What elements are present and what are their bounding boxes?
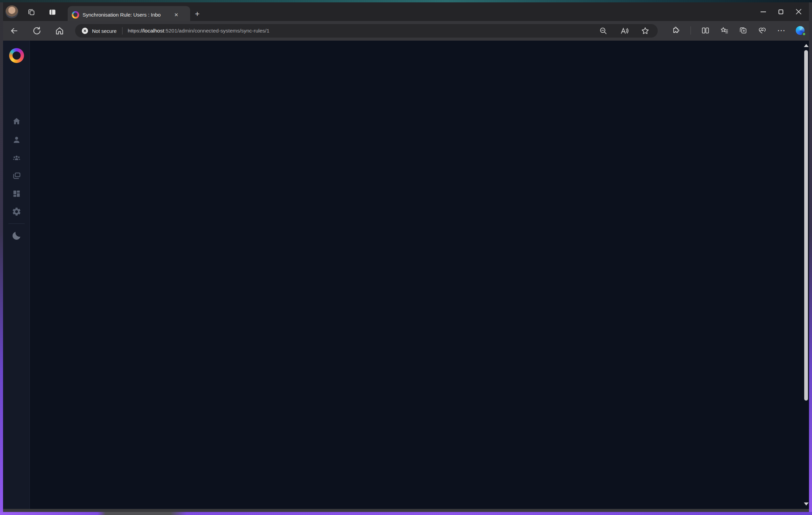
sidebar-item-groups[interactable] xyxy=(12,153,21,163)
url-scheme: https xyxy=(128,28,139,34)
browser-essentials-icon[interactable] xyxy=(758,26,767,35)
site-favicon-icon xyxy=(72,11,79,19)
close-button[interactable] xyxy=(790,2,807,21)
desktop-wallpaper-top xyxy=(0,0,812,2)
window-border-bottom xyxy=(3,509,809,512)
toolbar-divider xyxy=(691,26,691,35)
profile-avatar[interactable] xyxy=(5,5,18,18)
favorite-star-icon[interactable] xyxy=(641,26,650,35)
scrollbar-down-arrow[interactable] xyxy=(804,502,809,506)
address-divider xyxy=(122,27,122,35)
group-icon xyxy=(12,153,21,163)
essentials-status-dot xyxy=(802,32,806,36)
person-icon xyxy=(12,135,21,145)
extensions-icon[interactable] xyxy=(672,26,680,35)
sidebar-divider xyxy=(8,223,25,224)
sidebar-item-user[interactable] xyxy=(12,135,21,145)
desktop-wallpaper-bottom xyxy=(0,512,812,515)
layers-icon xyxy=(12,171,21,180)
toolbar-extensions-area: ⋯ xyxy=(672,26,805,35)
window-edge-right xyxy=(809,2,812,512)
not-secure-icon[interactable] xyxy=(81,27,89,35)
new-tab-button[interactable]: + xyxy=(195,10,200,18)
back-button[interactable] xyxy=(9,26,19,36)
scrollbar-thumb[interactable] xyxy=(804,50,808,401)
sidebar-item-dashboard[interactable] xyxy=(12,189,21,198)
gear-icon xyxy=(12,207,21,216)
zoom-out-icon[interactable] xyxy=(599,26,608,35)
moon-icon xyxy=(11,230,22,241)
url-path: :5201/admin/connected-systems/sync-rules… xyxy=(164,28,269,34)
window-controls xyxy=(754,2,807,21)
workspaces-icon[interactable] xyxy=(27,8,36,17)
read-aloud-icon[interactable] xyxy=(620,26,629,35)
sidebar-item-connected-systems[interactable] xyxy=(12,171,21,180)
home-icon xyxy=(12,116,21,126)
browser-titlebar: Synchronisation Rule: Users : Inbo ✕ + xyxy=(0,2,812,21)
page-background xyxy=(3,41,809,509)
minimize-button[interactable] xyxy=(754,2,772,21)
refresh-button[interactable] xyxy=(32,26,42,36)
tab-title: Synchronisation Rule: Users : Inbo xyxy=(83,12,171,18)
collections-icon[interactable] xyxy=(739,26,748,35)
sidebar-item-theme-toggle[interactable] xyxy=(11,230,22,241)
app-logo-icon[interactable] xyxy=(9,48,24,63)
url-text: https://localhost:5201/admin/connected-s… xyxy=(128,28,270,34)
address-bar[interactable]: Not secure https://localhost:5201/admin/… xyxy=(75,24,658,38)
security-label: Not secure xyxy=(92,28,117,34)
settings-more-icon[interactable]: ⋯ xyxy=(777,26,786,35)
maximize-button[interactable] xyxy=(772,2,790,21)
split-screen-icon[interactable] xyxy=(701,26,710,35)
window-edge-left xyxy=(0,2,3,512)
app-sidebar xyxy=(3,41,30,509)
url-host: ://localhost xyxy=(139,28,164,34)
favorites-icon[interactable] xyxy=(720,26,729,35)
tab-close-icon[interactable]: ✕ xyxy=(173,11,180,19)
vertical-tabs-icon[interactable] xyxy=(48,8,57,17)
dashboard-icon xyxy=(12,189,21,198)
home-button[interactable] xyxy=(55,26,64,36)
scrollbar-up-arrow[interactable] xyxy=(804,44,809,47)
sidebar-item-home[interactable] xyxy=(12,116,21,126)
browser-toolbar: Not secure https://localhost:5201/admin/… xyxy=(0,21,812,41)
sidebar-item-settings[interactable] xyxy=(12,207,21,216)
